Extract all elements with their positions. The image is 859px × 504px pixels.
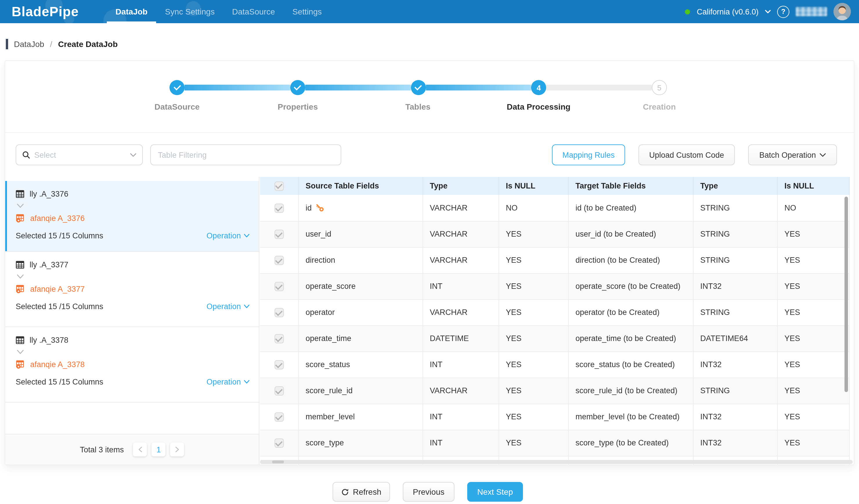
source-field-cell: member_level [298,404,423,430]
checkmark-icon [275,204,283,211]
target-field-cell: member_level (to be Created) [568,404,693,430]
source-type-cell: VARCHAR [423,247,499,273]
target-type-cell: INT32 [693,430,777,456]
source-isnull-cell: NO [499,195,568,221]
row-checkbox-cell [260,195,298,221]
target-isnull-cell: YES [777,299,849,325]
step-circle-1 [169,80,184,95]
row-checkbox[interactable] [274,282,284,292]
selection-info-row: Selected 15 /15 Columns Operation [16,300,250,313]
row-checkbox-cell [260,325,298,351]
source-field-cell: operate_time [298,325,423,351]
environment-label[interactable]: California (v0.6.0) [697,7,758,16]
source-field-wrap: score_rule_id [305,385,415,396]
horizontal-scrollbar-thumb[interactable] [272,460,284,463]
step-circle-5: 5 [652,80,667,95]
operation-link[interactable]: Operation [206,231,250,240]
target-field-cell: user_id (to be Created) [568,221,693,247]
chevron-down-icon [130,153,136,157]
refresh-button[interactable]: Refresh [333,482,390,502]
help-icon[interactable]: ? [777,5,789,18]
breadcrumb-root[interactable]: DataJob [14,40,44,49]
pagination-prev-button[interactable] [133,442,147,456]
source-type-cell: INT [423,273,499,299]
pagination-page-1[interactable]: 1 [152,442,166,456]
row-checkbox[interactable] [274,230,284,239]
source-type-cell: DATETIME [423,325,499,351]
select-dropdown[interactable]: Select [16,144,143,165]
source-field-cell: direction [298,247,423,273]
nav-item-settings[interactable]: Settings [284,0,331,23]
row-checkbox[interactable] [274,308,284,317]
batch-operation-button[interactable]: Batch Operation [748,144,837,165]
source-isnull-cell: YES [499,299,568,325]
checkmark-icon [275,309,283,316]
row-checkbox[interactable] [274,360,284,370]
target-type-cell: STRING [693,299,777,325]
active-tab-indicator [107,21,156,23]
nav-item-sync-settings[interactable]: Sync Settings [156,0,223,23]
step-connector [546,85,652,91]
environment-status-dot [685,9,690,14]
toolbar: Select Mapping Rules Upload Custom Code … [5,144,854,165]
target-field-cell: score_type (to be Created) [568,430,693,456]
chevron-left-icon [138,446,142,452]
row-checkbox[interactable] [274,204,284,213]
target-table-create-icon [16,284,25,294]
column-header: Is NULL [499,177,568,195]
table-list-item[interactable]: lly .A_3377 afanqie A_3377 Selected 15 /… [5,252,259,327]
target-isnull-cell: YES [777,247,849,273]
source-isnull-cell: YES [499,325,568,351]
table-list-item[interactable]: lly .A_3376 afanqie A_3376 Selected 15 /… [5,181,259,252]
batch-operation-label: Batch Operation [759,151,816,159]
step-circle-4: 4 [531,80,546,95]
table-body: id VARCHAR NO id (to be Created) STRING … [260,195,849,464]
checkmark-icon [173,83,181,90]
field-mapping-row: score_type INT YES score_type (to be Cre… [260,430,849,456]
next-step-button[interactable]: Next Step [467,482,523,502]
field-mapping-row: score_rule_id VARCHAR YES score_rule_id … [260,378,849,404]
step-connector [426,85,531,91]
source-table-name: lly .A_3378 [30,335,69,344]
mapping-rules-button[interactable]: Mapping Rules [552,144,625,165]
source-isnull-cell: YES [499,430,568,456]
field-mapping-row: score_status INT YES score_status (to be… [260,351,849,378]
row-checkbox-cell [260,273,298,299]
source-isnull-cell: YES [499,247,568,273]
vertical-scrollbar[interactable] [844,196,848,392]
avatar[interactable] [833,3,851,20]
row-checkbox[interactable] [274,334,284,344]
wizard-stepper: 45 DataSourcePropertiesTablesData Proces… [5,61,854,133]
operation-label: Operation [206,377,241,386]
target-field-cell: score_rule_id (to be Created) [568,378,693,404]
previous-button[interactable]: Previous [403,482,454,502]
checkmark-icon [275,230,283,237]
breadcrumb-separator: / [50,40,52,49]
select-all-checkbox[interactable] [274,181,284,190]
row-checkbox[interactable] [274,256,284,265]
nav-right-cluster: California (v0.6.0) ? [685,0,851,23]
row-checkbox[interactable] [274,413,284,422]
table-list-item[interactable]: lly .A_3378 afanqie A_3378 Selected 15 /… [5,327,259,403]
pagination-next-button[interactable] [170,442,184,456]
row-checkbox[interactable] [274,439,284,448]
nav-item-datasource[interactable]: DataSource [224,0,284,23]
source-field-cell: user_id [298,221,423,247]
field-mapping-table: Source Table FieldsTypeIs NULLTarget Tab… [260,177,849,464]
source-type-cell: INT [423,430,499,456]
selection-info-row: Selected 15 /15 Columns Operation [16,375,250,388]
operation-link[interactable]: Operation [206,377,250,386]
target-table-row: afanqie A_3378 [16,357,250,371]
table-filter-input[interactable] [150,144,341,165]
nav-item-datajob[interactable]: DataJob [107,0,156,23]
row-checkbox[interactable] [274,387,284,396]
source-field-cell: operate_score [298,273,423,299]
target-field-cell: operate_time (to be Created) [568,325,693,351]
pagination-total: Total 3 items [80,445,124,454]
step-label-4: Data Processing [507,102,570,111]
horizontal-scrollbar-track[interactable] [260,460,853,464]
source-table-row: lly .A_3376 [16,187,250,201]
brand-logo: BladePipe [12,0,79,23]
upload-custom-code-button[interactable]: Upload Custom Code [638,144,735,165]
operation-link[interactable]: Operation [206,302,250,311]
